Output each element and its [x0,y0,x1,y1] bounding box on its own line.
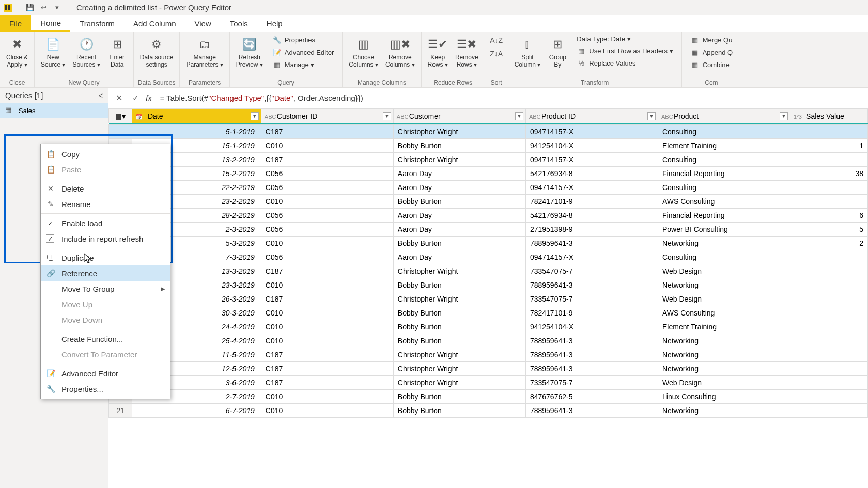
datatype-button[interactable]: Data Type: Date ▾ [575,34,675,44]
cell-date[interactable]: 5-1-2019 [132,125,261,139]
cell-productid[interactable]: 094714157-X [525,181,658,195]
data-grid[interactable]: ▦▾ 📅Date▼ ABCCustomer ID▼ ABCCustomer▼ A… [109,108,868,488]
cell-salesvalue[interactable] [791,306,868,320]
cell-productid[interactable]: 094714157-X [525,250,658,264]
cell-product[interactable]: Consulting [658,153,790,167]
advanced-editor-button[interactable]: 📝Advanced Editor [270,46,336,58]
cell-customer[interactable]: Bobby Burton [393,320,525,334]
cell-productid[interactable]: 847676762-5 [525,390,658,404]
cell-customerid[interactable]: C056 [261,223,393,237]
cell-product[interactable]: Element Training [658,320,790,334]
cell-customerid[interactable]: C056 [261,250,393,264]
cell-customerid[interactable]: C187 [261,153,393,167]
cell-productid[interactable]: 733547075-7 [525,376,658,390]
context-copy[interactable]: 📋Copy [41,146,170,162]
cell-customerid[interactable]: C187 [261,264,393,278]
menu-transform[interactable]: Transform [70,15,124,32]
cell-customerid[interactable]: C010 [261,404,393,418]
cell-product[interactable]: Networking [658,334,790,348]
cell-customer[interactable]: Christopher Wright [393,264,525,278]
table-row[interactable]: 23-2-2019C010Bobby Burton782417101-9AWS … [109,195,868,209]
enter-data-button[interactable]: ⊞Enter Data [104,34,130,69]
cell-customer[interactable]: Christopher Wright [393,348,525,362]
recent-sources-button[interactable]: 🕐Recent Sources ▾ [69,34,103,69]
cell-productid[interactable]: 271951398-9 [525,223,658,237]
cell-productid[interactable]: 941254104-X [525,320,658,334]
filter-customer-button[interactable]: ▼ [515,112,523,120]
cell-salesvalue[interactable] [791,264,868,278]
cell-salesvalue[interactable] [791,334,868,348]
cell-customer[interactable]: Bobby Burton [393,139,525,153]
cell-salesvalue[interactable] [791,348,868,362]
cell-customerid[interactable]: C010 [261,278,393,292]
table-row[interactable]: 13-2-2019C187Christopher Wright094714157… [109,153,868,167]
cell-customer[interactable]: Bobby Burton [393,306,525,320]
table-row[interactable]: 11-5-2019C187Christopher Wright788959641… [109,348,868,362]
cell-productid[interactable]: 788959641-3 [525,334,658,348]
customize-qat-icon[interactable]: ▾ [52,3,61,12]
cell-product[interactable]: Networking [658,362,790,376]
cell-salesvalue[interactable]: 1 [791,139,868,153]
cell-customerid[interactable]: C056 [261,167,393,181]
cell-customer[interactable]: Christopher Wright [393,125,525,139]
column-header-customer[interactable]: ABCCustomer▼ [393,109,525,123]
column-header-customerid[interactable]: ABCCustomer ID▼ [261,109,393,123]
cell-customerid[interactable]: C010 [261,390,393,404]
split-column-button[interactable]: ⫿Split Column ▾ [512,34,544,69]
cell-customer[interactable]: Aaron Day [393,209,525,223]
cell-date[interactable]: 6-7-2019 [132,404,261,418]
context-rename[interactable]: ✎Rename [41,196,170,212]
menu-view[interactable]: View [185,15,221,32]
table-row[interactable]: 15-2-2019C056Aaron Day542176934-8Financi… [109,167,868,181]
choose-columns-button[interactable]: ▥Choose Columns ▾ [346,34,381,69]
table-row[interactable]: 193-6-2019C187Christopher Wright73354707… [109,376,868,390]
cell-customer[interactable]: Christopher Wright [393,153,525,167]
cell-customer[interactable]: Aaron Day [393,250,525,264]
table-row[interactable]: 22-2-2019C056Aaron Day094714157-XConsult… [109,181,868,195]
filter-product-button[interactable]: ▼ [780,112,788,120]
menu-file[interactable]: File [0,15,31,32]
cell-salesvalue[interactable] [791,195,868,209]
cell-customerid[interactable]: C187 [261,292,393,306]
table-row[interactable]: 2-3-2019C056Aaron Day271951398-9Power BI… [109,223,868,237]
cell-productid[interactable]: 094714157-X [525,125,658,139]
cell-salesvalue[interactable] [791,390,868,404]
merge-queries-button[interactable]: ▦Merge Qu [688,34,735,45]
cell-productid[interactable]: 782417101-9 [525,195,658,209]
table-row[interactable]: 23-3-2019C010Bobby Burton788959641-3Netw… [109,278,868,292]
remove-rows-button[interactable]: ☰✖Remove Rows ▾ [452,34,482,69]
cell-productid[interactable]: 733547075-7 [525,292,658,306]
cell-product[interactable]: Web Design [658,264,790,278]
context-advanced-editor[interactable]: 📝Advanced Editor [41,366,170,381]
filter-pid-button[interactable]: ▼ [647,112,656,120]
cell-productid[interactable]: 788959641-3 [525,404,658,418]
cell-product[interactable]: Linux Consulting [658,390,790,404]
cell-salesvalue[interactable]: 5 [791,223,868,237]
keep-rows-button[interactable]: ☰✔Keep Rows ▾ [425,34,451,69]
cell-customer[interactable]: Bobby Burton [393,390,525,404]
cell-customerid[interactable]: C010 [261,334,393,348]
cell-product[interactable]: Networking [658,237,790,250]
cell-product[interactable]: AWS Consulting [658,306,790,320]
cell-productid[interactable]: 542176934-8 [525,209,658,223]
cell-productid[interactable]: 788959641-3 [525,362,658,376]
menu-tools[interactable]: Tools [221,15,257,32]
data-source-settings-button[interactable]: ⚙Data source settings [137,34,177,69]
rownum-header[interactable]: ▦▾ [109,109,132,123]
table-row[interactable]: 28-2-2019C056Aaron Day542176934-8Financi… [109,209,868,223]
collapse-pane-button[interactable]: < [99,91,103,100]
context-properties[interactable]: 🔧Properties... [41,381,170,397]
cell-salesvalue[interactable] [791,376,868,390]
refresh-preview-button[interactable]: 🔄Refresh Preview ▾ [233,34,266,69]
sort-asc-button[interactable]: A↓Z [488,34,505,46]
context-include-refresh[interactable]: ✓Include in report refresh [41,231,170,246]
cell-product[interactable]: Consulting [658,125,790,139]
close-apply-button[interactable]: ✖Close & Apply ▾ [3,34,31,69]
cell-productid[interactable]: 542176934-8 [525,167,658,181]
manage-parameters-button[interactable]: 🗂Manage Parameters ▾ [183,34,226,69]
context-reference[interactable]: 🔗Reference [41,265,170,281]
cell-customer[interactable]: Bobby Burton [393,195,525,209]
cell-product[interactable]: Networking [658,348,790,362]
cell-salesvalue[interactable] [791,153,868,167]
remove-columns-button[interactable]: ▥✖Remove Columns ▾ [382,34,418,69]
